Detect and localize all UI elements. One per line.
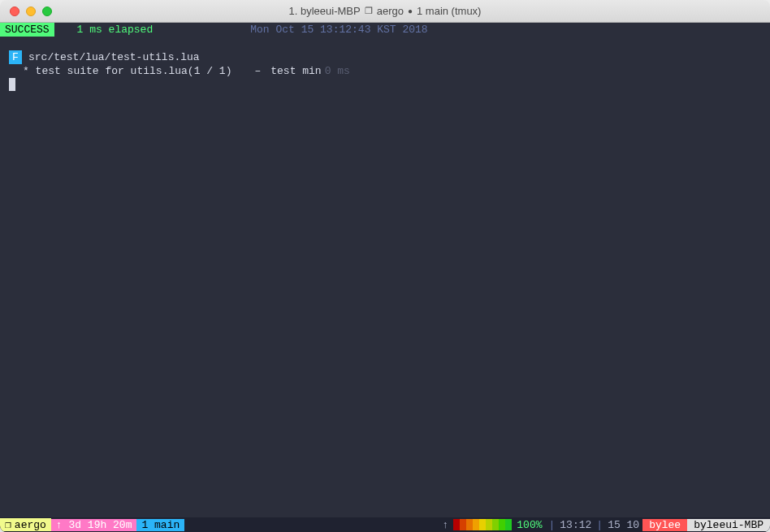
title-folder: aergo xyxy=(377,5,404,17)
color-block xyxy=(466,519,473,530)
maximize-icon[interactable] xyxy=(42,6,52,16)
clock: 13:12 xyxy=(556,519,595,531)
color-block xyxy=(499,519,505,530)
color-block xyxy=(492,519,499,530)
terminal-body[interactable]: SUCCESS 1 ms elapsed Mon Oct 15 13:12:43… xyxy=(0,23,770,517)
test-status-line: SUCCESS 1 ms elapsed Mon Oct 15 13:12:43… xyxy=(0,23,770,37)
user-tag: bylee xyxy=(642,519,687,531)
date: 15 10 xyxy=(604,519,642,531)
folder-icon: ❐ xyxy=(365,6,373,16)
color-gradient xyxy=(453,519,512,530)
traffic-lights xyxy=(10,6,52,16)
separator: | xyxy=(595,519,604,531)
color-block xyxy=(460,519,466,530)
minimize-icon[interactable] xyxy=(26,6,36,16)
title-suffix: 1 main (tmux) xyxy=(417,5,481,17)
suite-text: * test suite for utils.lua(1 / 1) xyxy=(23,64,231,78)
color-block xyxy=(473,519,479,530)
suite-dash: – xyxy=(254,64,261,78)
terminal[interactable]: SUCCESS 1 ms elapsed Mon Oct 15 13:12:43… xyxy=(0,23,770,532)
session-label: aergo xyxy=(15,519,46,531)
suite-line: * test suite for utils.lua(1 / 1) – test… xyxy=(0,64,770,78)
elapsed-time: 1 ms elapsed xyxy=(77,23,154,37)
color-block xyxy=(505,519,512,530)
test-name: test min xyxy=(270,64,321,78)
tmux-session[interactable]: ❐ aergo xyxy=(0,518,51,531)
tmux-status-bar: ❐ aergo ↑ 3d 19h 20m 1 main ↑ xyxy=(0,517,770,532)
titlebar[interactable]: 1. byleeui-MBP ❐ aergo ● 1 main (tmux) xyxy=(0,0,770,23)
file-line: F src/test/lua/test-utils.lua xyxy=(0,50,770,64)
arrow-icon: ↑ xyxy=(437,519,453,531)
host-tag: byleeui-MBP xyxy=(687,519,770,531)
tmux-left: ❐ aergo ↑ 3d 19h 20m 1 main xyxy=(0,518,184,531)
test-time: 0 ms xyxy=(325,64,350,78)
bullet-icon: ● xyxy=(408,6,413,15)
cursor-icon xyxy=(9,78,15,91)
file-badge: F xyxy=(9,50,22,64)
color-block xyxy=(479,519,486,530)
timestamp: Mon Oct 15 13:12:43 KST 2018 xyxy=(250,23,427,37)
status-badge: SUCCESS xyxy=(0,23,54,37)
separator: | xyxy=(547,519,557,531)
color-block xyxy=(453,519,460,530)
window-title: 1. byleeui-MBP ❐ aergo ● 1 main (tmux) xyxy=(289,5,482,17)
close-icon[interactable] xyxy=(10,6,19,16)
color-block xyxy=(486,519,492,530)
tmux-uptime: ↑ 3d 19h 20m xyxy=(51,519,137,531)
terminal-window: 1. byleeui-MBP ❐ aergo ● 1 main (tmux) S… xyxy=(0,0,770,532)
cursor-line xyxy=(0,78,770,92)
title-prefix: 1. byleeui-MBP xyxy=(289,5,361,17)
tmux-window-tab[interactable]: 1 main xyxy=(136,519,184,531)
battery-pct: 100% xyxy=(512,519,547,531)
file-path: src/test/lua/test-utils.lua xyxy=(28,50,200,64)
session-icon: ❐ xyxy=(5,518,11,531)
tmux-right: ↑ 100% | 13:12 | 15 10 bylee xyxy=(437,519,770,531)
